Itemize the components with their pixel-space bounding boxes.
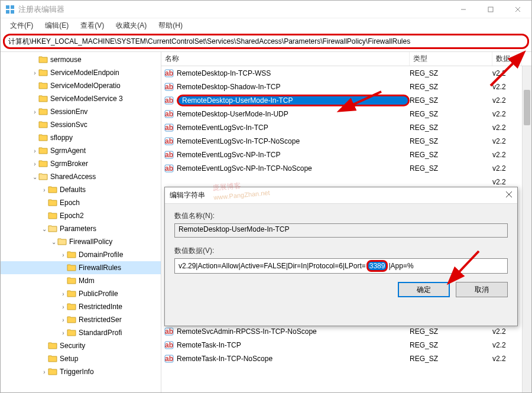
list-row[interactable]: abRemoteDesktop-UserMode-In-UDPREG_SZv2.…	[161, 107, 531, 121]
tree-item[interactable]: ›RestrictedInte	[1, 300, 161, 313]
tree-item[interactable]: Mdm	[1, 274, 161, 287]
tree-item[interactable]: ⌄FirewallPolicy	[1, 235, 161, 248]
tree-item[interactable]: ›RestrictedSer	[1, 313, 161, 326]
tree-item[interactable]: Setup	[1, 352, 161, 365]
close-button[interactable]	[504, 1, 531, 18]
value-type: REG_SZ	[410, 355, 492, 363]
list-row[interactable]: abRemoteDesktop-In-TCP-WSSREG_SZv2.2	[161, 66, 531, 80]
expander-icon[interactable]: ›	[31, 70, 38, 76]
svg-rect-3	[11, 10, 14, 14]
value-name-input[interactable]: RemoteDesktop-UserMode-In-TCP	[174, 223, 508, 238]
expander-icon[interactable]: ›	[41, 369, 48, 375]
expander-icon[interactable]: ›	[31, 161, 38, 167]
value-name: RemoteEventLogSvc-NP-In-TCP	[177, 151, 410, 159]
tree-item-label: Defaults	[60, 186, 86, 194]
value-data-input[interactable]: v2.29|Action=Allow|Active=FALSE|Dir=In|P…	[174, 258, 508, 274]
string-value-icon: ab	[164, 326, 174, 337]
list-row[interactable]: abRemoteEventLogSvc-In-TCP-NoScopeREG_SZ…	[161, 134, 531, 148]
minimize-button[interactable]	[450, 1, 477, 18]
scrollbar-vertical[interactable]	[522, 66, 531, 392]
list-row[interactable]: abRemoteSvcAdmin-RPCSS-In-TCP-NoScopeREG…	[161, 324, 531, 338]
tree-item[interactable]: ›TriggerInfo	[1, 365, 161, 378]
value-data: v2.2	[492, 355, 522, 363]
edit-string-dialog: 编辑字符串 数值名称(N): RemoteDesktop-UserMode-In…	[164, 187, 518, 326]
expander-icon[interactable]: ›	[31, 148, 38, 154]
list-row[interactable]: abRemoteDesktop-Shadow-In-TCPREG_SZv2.2	[161, 80, 531, 93]
cancel-button[interactable]: 取消	[456, 282, 508, 297]
tree-item[interactable]: sfloppy	[1, 131, 161, 144]
list-row[interactable]: abRemoteEventLogSvc-NP-In-TCPREG_SZv2.2	[161, 148, 531, 161]
expander-icon[interactable]: ›	[41, 187, 48, 193]
expander-icon[interactable]: ›	[60, 304, 67, 310]
menu-view[interactable]: 查看(V)	[76, 20, 109, 32]
string-value-icon: ab	[164, 163, 174, 174]
menu-fav[interactable]: 收藏夹(A)	[111, 20, 151, 32]
tree-item[interactable]: ›DomainProfile	[1, 248, 161, 261]
tree-item[interactable]: Security	[1, 339, 161, 352]
expander-icon[interactable]: ›	[60, 317, 67, 323]
tree-item[interactable]: ›SessionEnv	[1, 105, 161, 118]
col-type[interactable]: 类型	[410, 52, 492, 66]
string-value-icon: ab	[164, 353, 174, 364]
svg-text:ab: ab	[165, 327, 173, 336]
expander-icon[interactable]: ›	[60, 291, 67, 297]
tree-item[interactable]: ›Defaults	[1, 183, 161, 196]
tree-item[interactable]: Epoch	[1, 196, 161, 209]
tree-item[interactable]: ⌄SharedAccess	[1, 170, 161, 183]
string-value-icon: ab	[164, 109, 174, 119]
tree-panel[interactable]: sermouse›ServiceModelEndpoinServiceModel…	[1, 52, 161, 392]
value-name: RemoteEventLogSvc-NP-In-TCP-NoScope	[177, 164, 410, 173]
col-name[interactable]: 名称	[161, 52, 410, 66]
expander-icon[interactable]: ⌄	[41, 226, 48, 232]
tree-item[interactable]: ›StandardProfi	[1, 326, 161, 339]
menu-edit[interactable]: 编辑(E)	[40, 20, 73, 32]
menu-help[interactable]: 帮助(H)	[154, 20, 187, 32]
value-type: REG_SZ	[410, 83, 492, 91]
list-row[interactable]: abRemoteEventLogSvc-NP-In-TCP-NoScopeREG…	[161, 161, 531, 175]
list-row[interactable]: abRemoteTask-In-TCPREG_SZv2.2	[161, 338, 531, 352]
ok-button[interactable]: 确定	[398, 282, 450, 297]
value-data: v2.2	[492, 96, 522, 105]
tree-item[interactable]: ›SgrmBroker	[1, 157, 161, 170]
tree-item[interactable]: Epoch2	[1, 209, 161, 222]
expander-icon[interactable]: ⌄	[50, 239, 57, 245]
expander-icon[interactable]: ›	[31, 109, 38, 115]
expander-icon[interactable]: ⌄	[31, 174, 38, 180]
folder-icon	[67, 328, 76, 338]
tree-item[interactable]: ⌄Parameters	[1, 222, 161, 235]
string-value-icon	[164, 177, 174, 187]
tree-item[interactable]: ServiceModelOperatio	[1, 79, 161, 92]
expander-icon[interactable]: ›	[60, 330, 67, 336]
string-value-icon: ab	[164, 95, 174, 106]
tree-item[interactable]: ›PublicProfile	[1, 287, 161, 300]
value-name: RemoteDesktop-In-TCP-WSS	[177, 69, 410, 77]
dialog-close-icon[interactable]	[505, 191, 512, 200]
maximize-button[interactable]	[477, 1, 504, 18]
tree-item[interactable]: FirewallRules	[1, 261, 161, 274]
address-bar[interactable]: 计算机\HKEY_LOCAL_MACHINE\SYSTEM\CurrentCon…	[3, 34, 529, 49]
tree-item[interactable]: sermouse	[1, 53, 161, 66]
folder-icon	[67, 315, 76, 325]
folder-icon	[67, 250, 76, 260]
tree-item-label: sfloppy	[50, 134, 73, 142]
tree-item-label: sermouse	[50, 56, 82, 64]
tree-item[interactable]: ServiceModelService 3	[1, 92, 161, 105]
svg-rect-0	[6, 5, 9, 9]
menu-file[interactable]: 文件(F)	[5, 20, 38, 32]
value-data: v2.2	[492, 110, 522, 118]
tree-item[interactable]: ›ServiceModelEndpoin	[1, 66, 161, 79]
tree-item-label: FirewallRules	[79, 264, 121, 272]
tree-item[interactable]: ›SgrmAgent	[1, 144, 161, 157]
tree-item-label: Parameters	[60, 225, 96, 233]
list-row[interactable]: abRemoteDesktop-UserMode-In-TCPREG_SZv2.…	[161, 93, 531, 107]
col-data[interactable]: 数据	[492, 52, 522, 66]
list-row[interactable]: abRemoteEventLogSvc-In-TCPREG_SZv2.2	[161, 121, 531, 134]
value-data-label: 数值数据(V):	[174, 246, 508, 256]
menubar: 文件(F) 编辑(E) 查看(V) 收藏夹(A) 帮助(H)	[1, 18, 531, 33]
scrollbar-thumb[interactable]	[524, 90, 530, 125]
tree-item[interactable]: SessionSvc	[1, 118, 161, 131]
expander-icon[interactable]: ›	[60, 252, 67, 258]
list-row[interactable]: abRemoteTask-In-TCP-NoScopeREG_SZv2.2	[161, 352, 531, 365]
folder-icon	[48, 185, 57, 195]
folder-icon	[67, 289, 76, 299]
